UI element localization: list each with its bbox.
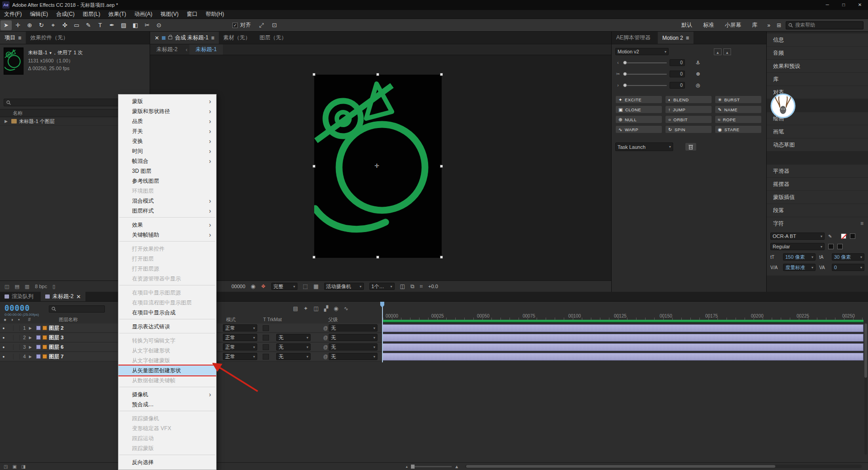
expander-icon[interactable] [29,355,34,359]
timeline-bottom-icon[interactable]: ◨ [21,464,25,469]
slider-lead-icon[interactable]: ‹ [615,60,621,65]
layer-duration-bar[interactable] [382,343,863,351]
character-panel-tab[interactable]: 字符 ≡ [767,217,868,230]
audio-toggle[interactable] [7,344,14,350]
timeline-toolbar-icon[interactable]: ◉ [334,305,338,312]
current-time-indicator[interactable] [382,303,383,362]
motion-tool-button[interactable]: ∿ WARP [615,125,662,133]
context-menu-item[interactable]: 从矢量图层创建形状 [118,366,216,375]
layer-tab[interactable]: 图层（无） [255,32,291,44]
label-color-chip[interactable] [36,326,41,330]
motion-tool-button[interactable]: ↑ JUMP [665,105,712,114]
parent-dropdown[interactable]: 无 [329,353,377,360]
motion-tool-button[interactable]: ⊕ NULL [615,115,662,123]
tool-button[interactable]: ✒ [106,20,118,30]
slider-track[interactable] [623,62,667,63]
menu-item[interactable]: 合成(C) [52,10,79,18]
tool-button[interactable]: ↻ [36,20,47,30]
docked-panel-tab[interactable]: 段落 [767,204,868,217]
context-menu-item[interactable]: 从文字创建蒙版 [118,356,216,366]
transparency-grid-icon[interactable]: ▦ [313,283,318,290]
slider-track[interactable] [623,74,667,75]
pixel-aspect-icon[interactable]: ◫ [400,283,405,290]
motion-tool-button[interactable]: ○ ORBIT [665,115,712,123]
parent-dropdown[interactable]: 无 [329,324,377,332]
resolution-dropdown[interactable]: 完整 [271,283,297,290]
selection-handle[interactable] [440,73,443,76]
solo-toggle[interactable] [14,335,20,341]
timeline-tab[interactable]: 渲染队列 [0,292,41,301]
toolbar-extra-icon[interactable]: ⤢ [259,22,264,29]
slider-lead-icon[interactable]: ✂ [615,71,621,76]
help-search-input[interactable]: 搜索帮助 [786,21,863,29]
motion-tool-button[interactable]: ✎ NAME [715,105,762,114]
slider-right-icon[interactable]: ◎ [694,82,702,88]
tool-button[interactable]: ⊕ [24,20,35,30]
context-menu-item[interactable]: 从数据创建关键帧 [118,375,216,385]
slider-knob[interactable] [623,61,627,65]
tool-button[interactable]: ➤ [0,20,12,30]
font-size-dropdown[interactable]: 150 像素 [783,253,816,261]
docked-panel-tab[interactable]: 摇摆器 [767,178,868,190]
context-menu-item[interactable]: 3D 图层 [118,166,216,176]
panel-tab[interactable]: 项目≡ [0,32,26,44]
caps-swatch[interactable] [828,244,834,249]
blend-mode-dropdown[interactable]: 正常 [223,353,257,360]
slider-track[interactable] [623,85,667,86]
slider-knob[interactable] [623,83,627,87]
panel-grid-icon[interactable]: ⊞ [777,22,781,28]
slider-value-field[interactable]: 0 [670,59,685,66]
time-ruler[interactable]: 0000000025000500007500100001250015000175… [382,302,868,320]
context-menu-item[interactable]: 变形稳定器 VFX [118,423,216,433]
docked-panel-tab[interactable]: 库 [767,73,868,85]
layer-duration-bar[interactable] [382,324,863,332]
t-switch[interactable] [263,325,269,331]
blend-mode-dropdown[interactable]: 正常 [223,334,257,341]
context-menu-item[interactable]: 效果 [118,220,216,230]
timeline-vertical-scrollbar[interactable] [864,323,867,455]
timeline-toolbar-icon[interactable]: ▞ [324,305,328,312]
number-column-header[interactable]: # [28,317,31,322]
work-area-bar[interactable] [382,320,863,323]
slider-right-icon[interactable]: ⊕ [694,71,702,77]
slider-right-icon[interactable]: ⚓ [694,60,702,66]
close-button[interactable]: ✕ [852,0,868,10]
context-menu-item[interactable]: 摄像机 [118,389,216,399]
context-menu-item[interactable]: 在项目中显示图层源 [118,288,216,298]
tool-button[interactable]: ⊙ [153,20,165,30]
workspace-tab[interactable]: 默认 [681,21,692,29]
trkmat-dropdown[interactable]: 无 [276,334,311,341]
trkmat-column-header[interactable]: T TrkMat [263,317,282,322]
eye-icon[interactable] [0,355,7,359]
context-menu-item[interactable]: 在资源管理器中显示 [118,274,216,284]
pickwhip-icon[interactable] [322,335,329,340]
context-menu-item[interactable]: 跟踪摄像机 [118,413,216,423]
context-menu-item[interactable]: 时间 [118,146,216,156]
tool-button[interactable]: ✛ [12,20,24,30]
motion-tool-button[interactable]: ▣ CLONE [615,105,662,114]
snapshot-icon[interactable]: ◉ [251,283,255,290]
menu-item[interactable]: 图层(L) [79,10,104,18]
viewer-canvas[interactable]: ✛ [150,55,611,280]
small-caps-swatch[interactable] [837,244,843,249]
timeline-toolbar-icon[interactable]: ▤ [293,305,298,312]
maximize-button[interactable]: □ [835,0,852,10]
parent-dropdown[interactable]: 无 [329,334,377,341]
new-comp-icon[interactable]: ▥ [25,284,29,290]
tool-button[interactable]: ✜ [59,20,71,30]
tool-button[interactable]: T [94,20,106,30]
eye-icon[interactable] [0,326,7,330]
selection-handle[interactable] [312,73,316,76]
context-menu-item[interactable]: 从文字创建形状 [118,346,216,356]
show-channels-icon[interactable]: ❖ [261,283,266,290]
workspace-tab[interactable]: 库 [752,21,757,29]
context-menu-item[interactable]: 在项目中显示合成 [118,308,216,318]
stroke-color-swatch[interactable] [850,233,855,239]
context-menu-item[interactable]: 混合模式 [118,196,216,206]
tool-button[interactable]: ▭ [71,20,82,30]
timeline-nav-icon[interactable]: ⧉ [410,283,415,290]
workspace-tab[interactable]: 标准 [703,21,714,29]
eye-icon[interactable] [0,336,7,340]
context-menu-item[interactable]: 跟踪蒙版 [118,443,216,453]
footage-tab[interactable]: 素材（无） [219,32,255,44]
